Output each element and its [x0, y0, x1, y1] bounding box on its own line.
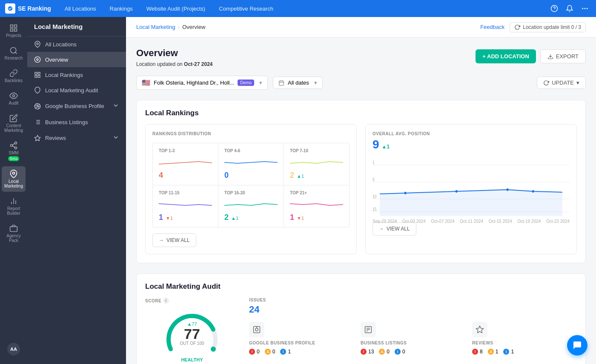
dist-cell-top4-6: TOP 4-6 0	[218, 143, 284, 185]
listings-blue-count: i 0	[395, 349, 405, 355]
location-updated-text: Location updated on Oct-27 2024	[136, 61, 213, 67]
logo-text: SE Ranking	[18, 5, 51, 12]
sidebar-header: Local Marketing	[27, 17, 126, 37]
svg-point-17	[13, 172, 15, 174]
svg-text:5: 5	[372, 177, 375, 182]
svg-rect-8	[11, 29, 13, 31]
reviews-icon	[472, 322, 487, 337]
score-info-icon: i	[163, 298, 169, 304]
app-body: Projects Research Backlinks Audit Conten…	[0, 17, 596, 364]
svg-rect-9	[14, 29, 17, 31]
date-filter[interactable]: All dates ▾	[273, 77, 323, 89]
sidebar-item-business-listings[interactable]: Business Listings	[27, 114, 126, 130]
score-status: HEALTHY	[181, 357, 203, 362]
location-update-btn[interactable]: Location update limit 0 / 3	[510, 22, 586, 32]
svg-line-15	[12, 146, 15, 147]
rankings-distribution: RANKINGS DISTRIBUTION TOP 1-3 4	[145, 124, 357, 254]
add-location-button[interactable]: + ADD LOCATION	[476, 49, 536, 63]
sidebar-item-all-locations[interactable]: All Locations	[27, 37, 126, 52]
logo-icon	[5, 3, 15, 14]
sidebar-item-overview[interactable]: Overview	[27, 52, 126, 67]
dist-cell-top7-10: TOP 7-10 2 ▲1	[284, 143, 349, 185]
score-ring-container: ▲77 77 OUT OF 100 HEALTHY	[145, 309, 239, 362]
dist-cell-top1-3: TOP 1-3 4	[153, 143, 218, 185]
svg-point-52	[456, 190, 458, 193]
demo-badge: Demo	[238, 80, 254, 86]
svg-point-54	[532, 190, 534, 193]
avg-label: OVERALL AVG. POSITION	[372, 131, 570, 136]
nav-all-locations[interactable]: All Locations	[61, 4, 100, 14]
nav-website-audit[interactable]: Website Audit (Projects)	[143, 4, 209, 14]
dist-cell-top21plus: TOP 21+ 1 ▼1	[284, 185, 349, 227]
logo[interactable]: SE Ranking	[5, 3, 51, 14]
svg-point-53	[507, 188, 509, 191]
nav-competitive[interactable]: Competitive Research	[215, 4, 277, 14]
sidebar-item-local-marketing-audit[interactable]: Local Marketing Audit	[27, 82, 126, 98]
svg-point-13	[11, 145, 13, 147]
audit-categories: GOOGLE BUSINESS PROFILE ! 0 ⚠ 0	[249, 322, 577, 355]
svg-point-57	[255, 328, 258, 331]
sidebar-item-reviews[interactable]: Reviews	[27, 130, 126, 146]
sidebar-item-research[interactable]: Research	[2, 43, 26, 64]
svg-rect-28	[38, 75, 40, 77]
nav-rankings[interactable]: Rankings	[106, 4, 136, 14]
svg-rect-27	[35, 75, 37, 77]
svg-point-5	[587, 8, 588, 9]
update-button[interactable]: UPDATE ▾	[537, 77, 586, 89]
google-business-chevron	[112, 102, 119, 110]
reviews-red-count: ! 8	[472, 349, 483, 355]
sidebar-item-local[interactable]: Local Marketing	[2, 166, 26, 192]
svg-rect-25	[35, 72, 37, 74]
audit-score: SCORE i ▲77	[145, 298, 239, 362]
avg-view-all-btn[interactable]: → VIEW ALL	[372, 222, 416, 236]
sidebar-item-local-rankings[interactable]: Local Rankings	[27, 67, 126, 82]
listings-yellow-count: ⚠ 0	[379, 349, 390, 355]
svg-line-16	[12, 143, 15, 145]
sidebar-item-audit[interactable]: Audit	[2, 88, 26, 109]
location-filter[interactable]: 🇺🇸 Folk Osteria, Highland Dr., Holl... D…	[136, 76, 268, 90]
sidebar-item-google-business[interactable]: Google Business Profile	[27, 98, 126, 114]
sidebar-item-smm[interactable]: SMM Beta	[2, 138, 26, 165]
page-content: Overview Location updated on Oct-27 2024…	[126, 37, 596, 364]
sidebar-item-agency[interactable]: Agency Pack	[2, 221, 26, 246]
date-chevron: ▾	[314, 80, 317, 86]
sidebar-item-projects[interactable]: Projects	[2, 20, 26, 41]
audit-cat-gbp: GOOGLE BUSINESS PROFILE ! 0 ⚠ 0	[249, 322, 354, 355]
overall-avg-position: OVERALL AVG. POSITION 9 ▲1	[365, 124, 577, 254]
gbp-red-count: ! 0	[249, 349, 260, 355]
avatar-section: AA	[2, 338, 25, 361]
dots-icon[interactable]	[579, 3, 591, 14]
help-icon[interactable]	[548, 3, 560, 14]
page-title: Overview	[136, 48, 213, 59]
sidebar-item-report[interactable]: Report Builder	[2, 193, 26, 219]
chat-bubble[interactable]	[567, 335, 587, 355]
sidebar-item-content[interactable]: Content Marketing	[2, 111, 26, 136]
chart-x-labels: Sep-29 2024 Oct-03 2024 Oct-07 2024 Oct-…	[372, 219, 570, 224]
svg-rect-21	[10, 227, 17, 232]
listings-red-count: ! 13	[361, 349, 374, 355]
svg-marker-62	[476, 326, 484, 333]
avatar[interactable]: AA	[7, 343, 20, 355]
rankings-view-all-btn[interactable]: → VIEW ALL	[152, 233, 196, 247]
svg-text:10: 10	[372, 194, 377, 199]
svg-point-55	[211, 347, 216, 352]
svg-point-14	[15, 147, 17, 149]
breadcrumb-local-marketing[interactable]: Local Marketing	[136, 24, 175, 30]
feedback-link[interactable]: Feedback	[480, 24, 504, 30]
bell-icon[interactable]	[564, 3, 576, 14]
svg-point-23	[34, 57, 40, 62]
export-button[interactable]: EXPORT	[540, 49, 586, 63]
svg-point-12	[15, 142, 17, 144]
rankings-layout: RANKINGS DISTRIBUTION TOP 1-3 4	[145, 124, 577, 254]
location-chevron: ▾	[259, 80, 262, 86]
svg-rect-7	[14, 25, 17, 28]
audit-section-title: Local Marketing Audit	[145, 282, 577, 291]
dist-grid: TOP 1-3 4 TOP 4-6	[152, 143, 350, 228]
gbp-icon	[249, 322, 264, 337]
svg-point-51	[404, 192, 407, 194]
sidebar-item-backlinks[interactable]: Backlinks	[2, 65, 26, 86]
reviews-chevron	[112, 134, 119, 142]
svg-text:15: 15	[372, 207, 377, 212]
audit-cat-reviews: REVIEWS ! 8 ⚠ 1	[472, 322, 577, 355]
sidebar: Local Marketing All Locations Overview L…	[27, 17, 126, 364]
